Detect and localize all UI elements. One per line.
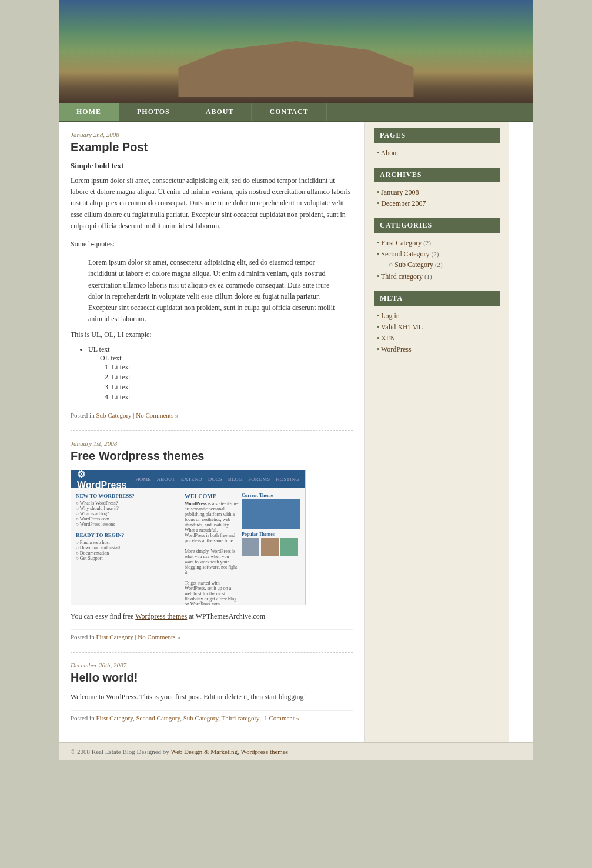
- sidebar-page-about: About: [377, 148, 500, 159]
- wp-popular-themes: Popular Themes: [242, 532, 300, 537]
- post-3-cat4[interactable]: Third category: [221, 715, 259, 722]
- post-1-comments-link[interactable]: No Comments »: [136, 412, 178, 419]
- sidebar-archive-dec2007-link[interactable]: December 2007: [381, 199, 426, 208]
- wp-nav-about: ABOUT: [157, 476, 175, 482]
- post-1-list-intro: This is UL, OL, LI example:: [71, 330, 353, 339]
- post-2-category-link[interactable]: First Category: [96, 633, 133, 640]
- sidebar-subcategory-list: Sub Category (2): [377, 260, 500, 270]
- sidebar-page-about-link[interactable]: About: [381, 149, 399, 157]
- post-3-footer: Posted in First Category, Second Categor…: [71, 710, 353, 722]
- sidebar-meta: META Log in Valid XHTML XFN WordPress: [374, 291, 500, 355]
- post-3-title: Hello world!: [71, 671, 353, 685]
- wp-right-col: Current Theme Popular Themes: [242, 493, 300, 605]
- post-3-posted-in: Posted in: [71, 715, 95, 722]
- sidebar-meta-xhtml: Valid XHTML: [377, 322, 500, 333]
- sidebar-pages: PAGES About: [374, 128, 500, 159]
- footer-link1[interactable]: Web Design & Marketing: [170, 748, 238, 755]
- wp-theme-1: [242, 538, 259, 556]
- sidebar-archives-title: ARCHIVES: [374, 168, 500, 182]
- post-2: January 1st, 2008 Free Wordpress themes …: [71, 440, 353, 640]
- sidebar-cat-second-link[interactable]: Second Category: [381, 250, 429, 258]
- wp-ready-heading: READY TO BEGIN?: [76, 532, 182, 538]
- li-4: Li text: [112, 393, 353, 402]
- sidebar-cat-first-count: (2): [423, 239, 431, 246]
- sidebar-meta-login-link[interactable]: Log in: [381, 312, 400, 320]
- sidebar-cat-second-count: (2): [432, 251, 439, 258]
- nav-contact[interactable]: CONTACT: [252, 103, 326, 121]
- li-2: Li text: [112, 373, 353, 382]
- sidebar-archive-jan2008: January 2008: [377, 187, 500, 198]
- wp-nav-forums: FORUMS: [248, 476, 270, 482]
- post-2-comments-link[interactable]: No Comments »: [138, 633, 180, 640]
- wp-theme-3: [280, 538, 298, 556]
- wp-new-heading: NEW TO WORDPRESS?: [76, 493, 182, 499]
- post-1-bquote-label: Some b-quotes:: [71, 239, 353, 250]
- site-header: [59, 0, 533, 103]
- sidebar-archives: ARCHIVES January 2008 December 2007: [374, 168, 500, 209]
- wp-theme-thumbnails: [242, 538, 300, 556]
- footer-link2[interactable]: Wordpress themes: [240, 748, 288, 755]
- main-nav: HOME PHOTOS ABOUT CONTACT: [59, 103, 533, 122]
- wp-nav-blog: BLOG: [228, 476, 243, 482]
- sidebar-cat-third-link[interactable]: Third category: [381, 272, 423, 281]
- post-1: January 2nd, 2008 Example Post Simple bo…: [71, 131, 353, 419]
- sidebar-categories-title: CATEGORIES: [374, 218, 500, 233]
- wp-nav-extend: EXTEND: [181, 476, 202, 482]
- wp-theme-preview: [242, 499, 300, 529]
- sidebar-meta-login: Log in: [377, 311, 500, 322]
- li-3: Li text: [112, 383, 353, 392]
- sidebar-categories: CATEGORIES First Category (2) Second Cat…: [374, 218, 500, 282]
- footer-copyright: © 2008 Real Estate Blog Designed by: [71, 748, 169, 755]
- post-2-body: You can easy find free Wordpress themes …: [71, 611, 353, 622]
- wp-theme-2: [261, 538, 279, 556]
- ol-label: OL text Li text Li text Li text Li text: [100, 354, 353, 402]
- wp-welcome: WELCOME: [185, 493, 239, 499]
- sidebar-archive-jan2008-link[interactable]: January 2008: [381, 188, 419, 196]
- content-area: January 2nd, 2008 Example Post Simple bo…: [59, 122, 533, 742]
- wp-new-links: ○ What is WordPress? ○ Why should I use …: [76, 500, 182, 527]
- header-image: [59, 0, 533, 103]
- wp-description: WordPress is a state-of-the-art semantic…: [185, 501, 239, 543]
- post-3-date: December 26th, 2007: [71, 662, 353, 669]
- nav-about[interactable]: ABOUT: [188, 103, 252, 121]
- post-2-footer: Posted in First Category | No Comments »: [71, 629, 353, 640]
- post-1-subtitle: Simple bold text: [71, 161, 353, 171]
- post-3-cat3[interactable]: Sub Category: [183, 715, 218, 722]
- nav-photos[interactable]: PHOTOS: [119, 103, 188, 121]
- post-1-category-link[interactable]: Sub Category: [96, 412, 131, 419]
- post-2-title: Free Wordpress themes: [71, 449, 353, 463]
- post-3-cat2[interactable]: Second Category: [136, 715, 180, 722]
- post-2-wp-link[interactable]: Wordpress themes: [135, 612, 187, 620]
- post-2-body-after: at WPThemesArchive.com: [189, 612, 265, 620]
- wp-nav-hosting: HOSTING: [276, 476, 299, 482]
- wp-nav-home: HOME: [135, 476, 151, 482]
- nav-home[interactable]: HOME: [59, 103, 119, 121]
- sidebar-subcat-link[interactable]: Sub Category: [394, 261, 433, 269]
- post-2-date: January 1st, 2008: [71, 440, 353, 447]
- sidebar-meta-xfn-link[interactable]: XFN: [381, 334, 395, 342]
- site-footer: © 2008 Real Estate Blog Designed by Web …: [59, 742, 533, 760]
- sidebar-meta-wordpress-link[interactable]: WordPress: [381, 345, 412, 353]
- post-1-footer: Posted in Sub Category | No Comments »: [71, 408, 353, 419]
- sidebar-cat-third-count: (1): [424, 273, 432, 280]
- post-3-cat1[interactable]: First Category: [96, 715, 133, 722]
- post-1-ul: UL text OL text Li text Li text Li text …: [88, 345, 353, 402]
- post-3-comment-link[interactable]: 1 Comment »: [264, 715, 299, 722]
- post-separator-1: [71, 430, 353, 431]
- post-2-body-before: You can easy find free: [71, 612, 133, 620]
- post-1-title: Example Post: [71, 141, 353, 154]
- wp-center-col: WELCOME WordPress is a state-of-the-art …: [185, 493, 239, 605]
- sidebar-archives-list: January 2008 December 2007: [374, 187, 500, 209]
- sidebar-meta-title: META: [374, 291, 500, 306]
- sidebar-cat-first: First Category (2): [377, 238, 500, 249]
- sidebar-meta-list: Log in Valid XHTML XFN WordPress: [374, 311, 500, 355]
- post-1-date: January 2nd, 2008: [71, 131, 353, 138]
- wp-nav-download: DOWNLOAD: [305, 476, 306, 482]
- wp-header-bar: ⚙ WordPress HOME ABOUT EXTEND DOCS BLOG …: [71, 470, 305, 488]
- wp-nav-docs: DOCS: [208, 476, 222, 482]
- sidebar-cat-first-link[interactable]: First Category: [381, 239, 422, 247]
- post-3-body: Welcome to WordPress. This is your first…: [71, 692, 353, 703]
- sidebar-subcat-count: (2): [435, 261, 443, 268]
- wp-body: NEW TO WORDPRESS? ○ What is WordPress? ○…: [71, 488, 305, 605]
- sidebar-meta-xhtml-link[interactable]: Valid XHTML: [381, 323, 423, 331]
